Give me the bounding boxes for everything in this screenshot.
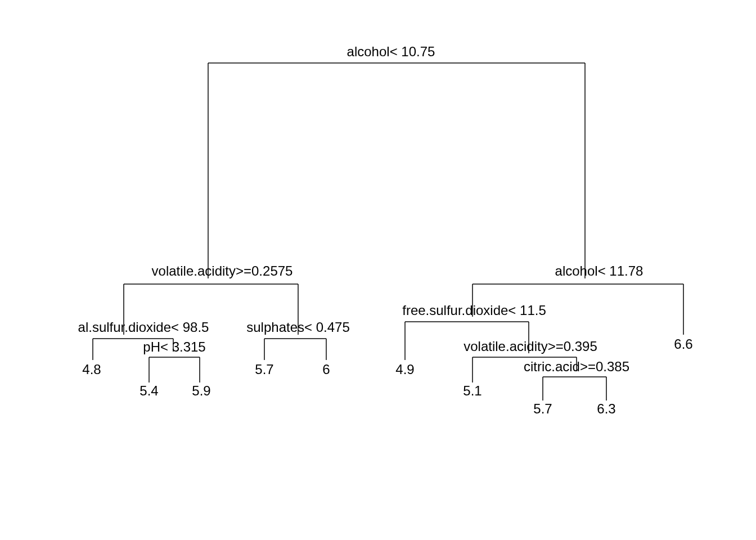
node-ph: pH< 3.315 — [143, 339, 205, 354]
leaf-4.8: 4.8 — [82, 362, 101, 377]
node-root: alcohol< 10.75 — [347, 44, 435, 59]
node-citric: citric.acid>=0.385 — [524, 359, 629, 374]
leaf-6: 6 — [322, 362, 330, 377]
leaf-4.9: 4.9 — [395, 362, 414, 377]
leaf-5.7b: 5.7 — [533, 401, 552, 416]
decision-tree-diagram: alcohol< 10.75 volatile.acidity>=0.2575 … — [0, 0, 756, 540]
node-right: alcohol< 11.78 — [555, 263, 644, 278]
node-left-left: al.sulfur.dioxide< 98.5 — [78, 320, 209, 335]
node-volatile2: volatile.acidity>=0.395 — [464, 339, 597, 354]
node-left: volatile.acidity>=0.2575 — [152, 263, 293, 278]
node-free-sulfur: free.sulfur.dioxide< 11.5 — [402, 303, 546, 318]
leaf-6.6: 6.6 — [674, 336, 692, 352]
leaf-5.7a: 5.7 — [255, 362, 273, 377]
node-sulphates: sulphates< 0.475 — [246, 320, 349, 335]
leaf-5.9: 5.9 — [192, 383, 210, 398]
leaf-5.1: 5.1 — [463, 383, 482, 398]
leaf-6.3: 6.3 — [597, 401, 615, 416]
leaf-5.4: 5.4 — [140, 383, 158, 398]
